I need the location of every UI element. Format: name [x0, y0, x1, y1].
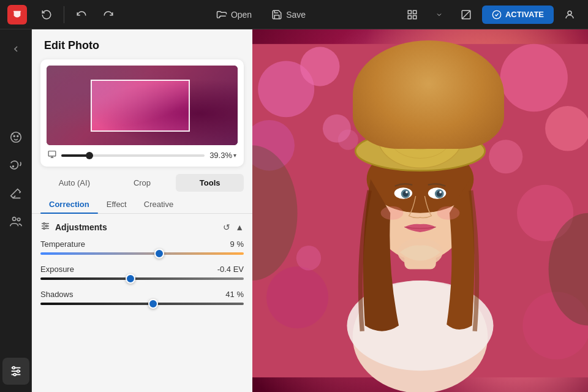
adjustments-panel: Adjustments ↺ ▲ Temperature 9 % Exposure… — [32, 214, 252, 392]
svg-point-34 — [500, 44, 568, 111]
svg-point-51 — [401, 124, 440, 149]
save-button[interactable]: Save — [263, 6, 314, 24]
edit-panel: Edit Photo 39.3% ▾ — [32, 29, 252, 392]
svg-rect-2 — [413, 10, 416, 13]
svg-point-14 — [17, 218, 20, 221]
svg-point-11 — [17, 135, 18, 137]
app-logo — [7, 5, 27, 24]
photo-background — [252, 29, 588, 392]
zoom-slider[interactable] — [61, 154, 205, 157]
svg-point-20 — [13, 374, 16, 376]
svg-point-28 — [46, 225, 48, 227]
topbar-center: Open Save — [123, 6, 399, 24]
svg-point-12 — [12, 166, 13, 167]
tab-crop[interactable]: Crop — [108, 174, 176, 192]
open-button[interactable]: Open — [208, 6, 260, 24]
mixer-settings-button[interactable] — [2, 358, 29, 385]
svg-point-61 — [437, 206, 460, 220]
adjustments-title: Adjustments — [55, 222, 223, 232]
svg-rect-1 — [408, 10, 411, 13]
temperature-control: Temperature 9 % — [40, 239, 244, 255]
svg-rect-0 — [13, 10, 21, 12]
separator-1 — [64, 6, 64, 23]
svg-rect-21 — [48, 151, 56, 156]
svg-point-13 — [12, 217, 16, 221]
shadows-label-row: Shadows 41 % — [40, 290, 244, 299]
exposure-value: -0.4 EV — [217, 265, 244, 274]
tab-creative[interactable]: Creative — [135, 195, 182, 213]
edit-panel-title: Edit Photo — [32, 29, 252, 59]
adjustments-icon — [40, 221, 50, 233]
exposure-slider[interactable] — [40, 277, 244, 280]
activate-button[interactable]: ACTIVATE — [482, 6, 554, 24]
svg-point-60 — [381, 206, 404, 220]
undo-button[interactable] — [69, 4, 94, 26]
zoom-thumb[interactable] — [86, 152, 93, 159]
thumbnail-photo — [47, 66, 238, 145]
zoom-icon — [48, 150, 56, 160]
people-icon-button[interactable] — [4, 209, 28, 234]
temperature-label-row: Temperature 9 % — [40, 239, 244, 249]
exposure-thumb[interactable] — [126, 274, 135, 284]
activate-label: ACTIVATE — [505, 10, 544, 19]
tab-correction[interactable]: Correction — [40, 195, 98, 213]
svg-point-19 — [17, 370, 19, 372]
svg-point-29 — [43, 228, 45, 230]
face-icon-button[interactable] — [4, 125, 28, 149]
thumbnail-card: 39.3% ▾ — [40, 59, 244, 167]
tab-tools[interactable]: Tools — [176, 174, 244, 192]
tab-effect[interactable]: Effect — [98, 195, 135, 213]
zoom-bar: 39.3% ▾ — [47, 150, 238, 160]
tab-row-1: Auto (AI) Crop Tools — [32, 174, 252, 192]
user-button[interactable] — [559, 4, 581, 26]
chevron-down-icon[interactable] — [428, 4, 450, 26]
exposure-control: Exposure -0.4 EV — [40, 265, 244, 280]
portrait-svg — [252, 29, 588, 392]
temperature-label: Temperature — [40, 239, 85, 249]
svg-point-7 — [492, 10, 500, 18]
exposure-label: Exposure — [40, 265, 74, 274]
svg-point-8 — [568, 11, 571, 15]
adjustments-header: Adjustments ↺ ▲ — [40, 214, 244, 239]
zoom-value: 39.3% ▾ — [209, 151, 236, 160]
shadows-thumb[interactable] — [148, 299, 158, 309]
svg-point-18 — [12, 367, 15, 369]
shadows-label: Shadows — [40, 290, 73, 299]
reset-adjustments-button[interactable]: ↺ — [223, 222, 230, 232]
svg-rect-3 — [408, 15, 411, 18]
tab-auto-ai[interactable]: Auto (AI) — [40, 174, 108, 192]
crop-overlay — [91, 80, 190, 132]
sidebar-bottom — [2, 358, 29, 392]
zoom-fill — [61, 154, 87, 157]
erase-icon-button[interactable] — [4, 181, 28, 206]
thumbnail-image — [47, 66, 238, 145]
svg-point-32 — [300, 47, 339, 86]
svg-point-37 — [266, 266, 328, 328]
svg-rect-4 — [413, 15, 416, 18]
exposure-label-row: Exposure -0.4 EV — [40, 265, 244, 274]
topbar-right: ACTIVATE — [401, 4, 581, 26]
open-label: Open — [231, 10, 252, 20]
temperature-value: 9 % — [230, 239, 244, 249]
icon-sidebar — [0, 29, 32, 392]
svg-point-27 — [43, 223, 45, 225]
grid-button[interactable] — [401, 4, 423, 26]
temperature-thumb[interactable] — [154, 249, 164, 258]
effects-icon-button[interactable] — [4, 153, 28, 178]
collapse-adjustments-button[interactable]: ▲ — [235, 222, 244, 232]
svg-point-59 — [439, 191, 442, 194]
collapse-panel-button[interactable] — [4, 37, 28, 61]
redo-button[interactable] — [96, 4, 121, 26]
zoom-chevron-icon[interactable]: ▾ — [233, 152, 236, 159]
photo-canvas — [252, 29, 588, 392]
shadows-slider[interactable] — [40, 303, 244, 305]
svg-point-66 — [296, 246, 321, 270]
main-area: Edit Photo 39.3% ▾ — [0, 29, 588, 392]
svg-point-65 — [489, 140, 522, 173]
shadows-control: Shadows 41 % — [40, 290, 244, 305]
refresh-button[interactable] — [34, 4, 59, 26]
svg-point-10 — [13, 135, 15, 137]
crop-off-button[interactable] — [455, 4, 477, 26]
temperature-slider[interactable] — [40, 252, 244, 255]
svg-point-58 — [405, 191, 408, 194]
